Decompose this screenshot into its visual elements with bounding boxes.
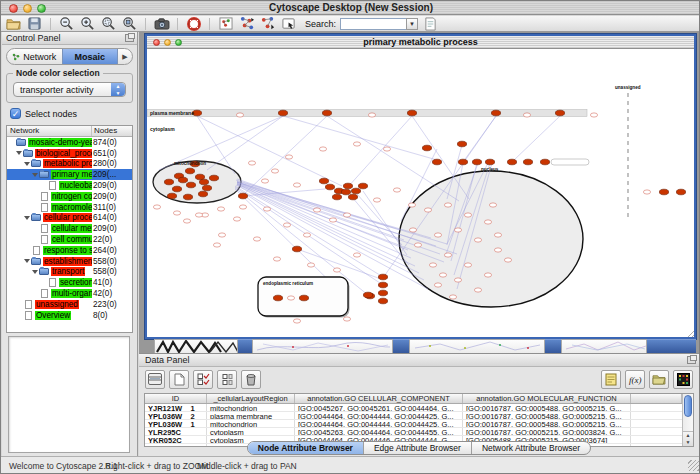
tree-row[interactable]: cellular process614(0): [7, 213, 132, 224]
tree-expander-icon[interactable]: [16, 151, 22, 155]
table-column-header[interactable]: annotation.GO MOLECULAR_FUNCTION: [463, 394, 631, 403]
background-window-1[interactable]: [252, 339, 393, 353]
tree-row[interactable]: cell communicat22(0): [7, 234, 132, 245]
tree-row[interactable]: secretion41(0): [7, 277, 132, 288]
background-window-edge[interactable]: [393, 339, 409, 353]
snapshot-camera-icon[interactable]: [153, 16, 170, 31]
table-cell[interactable]: [GO:0016787, GO:0005488, GO:0005215, G..…: [463, 420, 631, 427]
table-column-header[interactable]: ID: [145, 394, 207, 403]
tree-row[interactable]: macromolecule311(0): [7, 202, 132, 213]
save-icon[interactable]: [26, 16, 43, 31]
delete-attribute-icon[interactable]: [241, 370, 261, 389]
tree-expander-icon[interactable]: [32, 173, 38, 177]
tree-row[interactable]: nitrogen compo209(0): [7, 191, 132, 202]
table-cell[interactable]: [GO:0044464, GO:0044444, GO:0044425, G..…: [295, 412, 463, 419]
zoom-fit-icon[interactable]: [100, 16, 117, 31]
tree-row[interactable]: establishment of lo558(0): [7, 256, 132, 267]
tree-row[interactable]: response to stimul264(0): [7, 245, 132, 256]
network-window[interactable]: primary metabolic process plasma membran…: [145, 34, 696, 339]
table-column-header[interactable]: _cellularLayoutRegion: [207, 394, 295, 403]
tree-row[interactable]: nucleobase-209(0): [7, 180, 132, 191]
table-cell[interactable]: [GO:0045263, GO:0044464, GO:0044455, G..…: [295, 428, 463, 435]
table-cell[interactable]: plasma membrane: [207, 412, 295, 419]
tree-expander-icon[interactable]: [24, 162, 30, 166]
attribute-select-table-icon[interactable]: [145, 370, 165, 389]
apply-layout-b-icon[interactable]: [259, 16, 276, 31]
table-cell[interactable]: [GO:0045267, GO:0045261, GO:0044464, G..…: [295, 404, 463, 411]
tree-row[interactable]: Overview8(0): [7, 310, 132, 321]
search-advanced-icon[interactable]: [422, 16, 439, 31]
import-attributes-icon[interactable]: [649, 370, 669, 389]
tab-network[interactable]: Network: [7, 49, 62, 64]
table-column-header[interactable]: annotation.GO CELLULAR_COMPONENT: [295, 394, 463, 403]
zoom-out-icon[interactable]: [58, 16, 75, 31]
network-canvas[interactable]: plasma membranecytoplasmmitochondrionnuc…: [147, 49, 694, 337]
table-cell[interactable]: mitochondrion: [207, 420, 295, 427]
function-builder-icon[interactable]: f(x): [625, 370, 645, 389]
tree-row[interactable]: metabolic process280(0): [7, 159, 132, 170]
table-cell[interactable]: [GO:0016787, GO:0005215, GO:0003824, G..…: [463, 428, 631, 435]
tab-mosaic[interactable]: Mosaic: [62, 49, 119, 64]
node-color-select[interactable]: transporter activity ▲▼: [13, 82, 126, 97]
tree-expander-icon[interactable]: [32, 270, 38, 274]
tree-expander-icon[interactable]: [24, 259, 30, 263]
table-cell[interactable]: [GO:0016787, GO:0005488, GO:0005215, G..…: [463, 412, 631, 419]
table-column-header[interactable]: [631, 394, 682, 403]
table-cell[interactable]: YLR295C: [145, 428, 207, 435]
table-cell[interactable]: mitochondrion: [207, 404, 295, 411]
table-row[interactable]: YJR121W__1mitochondrion[GO:0045267, GO:0…: [145, 404, 682, 412]
open-file-icon[interactable]: [5, 16, 22, 31]
tab-network-attribute-browser[interactable]: Network Attribute Browser: [472, 442, 590, 454]
table-cell[interactable]: [631, 412, 682, 419]
zoom-selected-icon[interactable]: [121, 16, 138, 31]
create-attribute-icon[interactable]: [169, 370, 189, 389]
tree-row[interactable]: biological_process651(0): [7, 148, 132, 159]
tree-expander-icon[interactable]: [24, 216, 30, 220]
select-nodes-checkbox[interactable]: ✓: [10, 108, 21, 119]
background-window-edge[interactable]: [545, 339, 561, 353]
background-window-edge[interactable]: [647, 339, 696, 353]
tree-column-network[interactable]: Network: [7, 126, 92, 136]
attribute-editor-icon[interactable]: [601, 370, 621, 389]
tree-row[interactable]: transport558(0): [7, 267, 132, 278]
table-row[interactable]: YPL036W__1mitochondrion[GO:0044464, GO:0…: [145, 420, 682, 428]
table-cell[interactable]: [631, 420, 682, 427]
table-cell[interactable]: [GO:0016787, GO:0005488, GO:0005215, G..…: [463, 404, 631, 411]
network-overview-icon[interactable]: [217, 16, 234, 31]
table-cell[interactable]: YPL036W__1: [145, 420, 207, 427]
network-window-titlebar[interactable]: primary metabolic process: [147, 36, 694, 49]
tree-row[interactable]: primary metabo209(...: [7, 169, 132, 180]
table-cell[interactable]: [631, 428, 682, 435]
background-window-3[interactable]: [561, 339, 647, 353]
tab-edge-attribute-browser[interactable]: Edge Attribute Browser: [364, 442, 472, 454]
annotation-select-icon[interactable]: [280, 16, 297, 31]
tree-row[interactable]: unassigned223(0): [7, 299, 132, 310]
tree-row[interactable]: multi-organism pro42(0): [7, 288, 132, 299]
float-panel-icon[interactable]: [125, 34, 134, 42]
table-row[interactable]: YPL036W__2plasma membrane[GO:0044464, GO…: [145, 412, 682, 420]
float-data-panel-icon[interactable]: [687, 356, 696, 364]
tab-node-attribute-browser[interactable]: Node Attribute Browser: [248, 442, 364, 454]
help-lifering-icon[interactable]: [185, 16, 202, 31]
tab-overflow-arrow[interactable]: ▶: [118, 49, 132, 64]
search-input[interactable]: [340, 18, 406, 30]
tree-row[interactable]: cellular metabol209(0): [7, 223, 132, 234]
table-cell[interactable]: [GO:0044464, GO:0044444, GO:0044425, G..…: [295, 420, 463, 427]
birdseye-view-panel[interactable]: [8, 336, 130, 453]
scrollbar-thumb[interactable]: [684, 395, 692, 417]
resize-grip[interactable]: [688, 460, 699, 471]
window-titlebar[interactable]: Cytoscape Desktop (New Session): [1, 1, 700, 15]
unselect-attributes-icon[interactable]: [217, 370, 237, 389]
table-cell[interactable]: YJR121W__1: [145, 404, 207, 411]
tree-row[interactable]: mosaic-demo-yeast874(0): [7, 137, 132, 148]
table-cell[interactable]: [631, 404, 682, 411]
background-window-2[interactable]: [409, 339, 545, 353]
zoom-in-icon[interactable]: [79, 16, 96, 31]
table-scrollbar[interactable]: ▲▼: [682, 394, 693, 446]
attribute-matrix-icon[interactable]: [673, 370, 693, 389]
tree-column-nodes[interactable]: Nodes: [92, 126, 132, 136]
search-dropdown-button[interactable]: ▼: [406, 18, 418, 30]
apply-layout-a-icon[interactable]: [238, 16, 255, 31]
background-window-edge[interactable]: [238, 339, 252, 353]
table-cell[interactable]: cytoplasm: [207, 428, 295, 435]
